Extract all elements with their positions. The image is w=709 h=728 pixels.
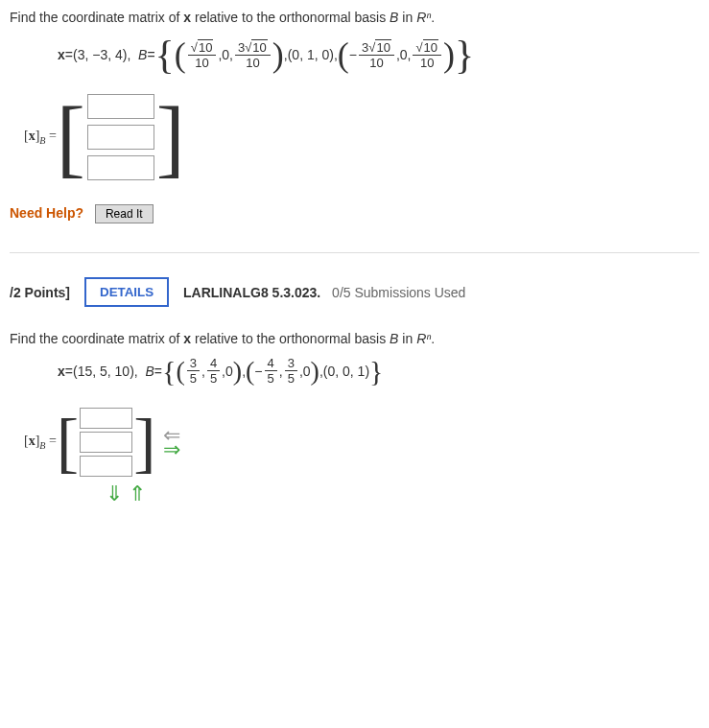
- readit-button[interactable]: Read It: [95, 204, 154, 223]
- frac: 35: [285, 356, 297, 386]
- matrix-input-3[interactable]: [87, 155, 154, 180]
- x-value: (3, −3, 4): [73, 47, 127, 62]
- zero: 0: [400, 47, 408, 62]
- brace-close: }: [455, 35, 474, 75]
- problem2-answer: [x]B = [ ] ⇐ ⇒: [24, 405, 699, 480]
- matrix-input-2[interactable]: [87, 125, 154, 150]
- paren: ): [443, 37, 455, 72]
- comma: ,: [279, 364, 283, 379]
- den: 10: [366, 56, 386, 70]
- brace-close: }: [369, 357, 383, 386]
- paren: ): [272, 37, 284, 72]
- neg: −: [254, 364, 262, 379]
- txt: relative to the orthonormal basis: [191, 10, 390, 25]
- b-sym: B: [138, 47, 147, 62]
- b-sym: B: [145, 364, 154, 379]
- remove-row-icon[interactable]: ⇑: [129, 481, 146, 505]
- num: 4: [207, 356, 220, 371]
- problem2-answer-wrapper: [x]B = [ ] ⇐ ⇒ ⇓ ⇑: [10, 405, 699, 506]
- frac: 310 10: [359, 40, 394, 70]
- bracket-left: [: [57, 99, 85, 176]
- paren: (: [176, 358, 184, 385]
- v2: (0, 1, 0): [288, 47, 334, 62]
- x-sym: x: [58, 364, 65, 379]
- paren: (: [175, 37, 186, 72]
- var-x: x: [183, 10, 191, 25]
- txt: Find the coordinate matrix of: [10, 10, 183, 25]
- den: 10: [417, 56, 437, 70]
- zero: 0: [222, 47, 229, 62]
- sqrt-arg: 10: [251, 39, 267, 55]
- x: x: [29, 434, 35, 448]
- details-button[interactable]: DETAILS: [84, 277, 169, 307]
- frac: 310 10: [235, 40, 271, 70]
- problem1-formula: x = (3, −3, 4) , B = { ( 10 10 , 0 , 310…: [58, 35, 699, 75]
- txt: in: [398, 331, 416, 346]
- xb-label: [x]B =: [24, 434, 57, 451]
- need-help-label: Need Help?: [10, 205, 83, 221]
- den: 5: [207, 371, 220, 386]
- need-help-row: Need Help? Read It: [10, 204, 699, 223]
- matrix-input-2[interactable]: [80, 432, 132, 453]
- sqrt: [415, 40, 422, 55]
- zero: 0: [303, 364, 311, 379]
- basis-set: { ( 35 , 45 , 0 ) , ( − 45 , 35 , 0 ) , …: [162, 356, 383, 386]
- bracket-left: [: [57, 412, 79, 473]
- divider: [10, 252, 699, 253]
- basis-set: { ( 10 10 , 0 , 310 10 ) , (0, 1, 0) , (…: [155, 35, 475, 75]
- points-label: /2 Points]: [10, 285, 70, 300]
- var-x: x: [183, 331, 191, 346]
- x-sym: x: [58, 47, 65, 62]
- book-ref: LARLINALG8 5.3.023.: [183, 285, 320, 300]
- eq: =: [49, 129, 57, 143]
- problem1-answer: [x]B = [ ]: [24, 89, 699, 185]
- eq: =: [49, 434, 57, 448]
- sub-b: B: [39, 135, 45, 146]
- frac: 45: [207, 356, 220, 386]
- submissions-used: 0/5 Submissions Used: [332, 285, 465, 300]
- txt: Find the coordinate matrix of: [10, 331, 183, 346]
- comma: ,: [201, 364, 205, 379]
- txt: relative to the orthonormal basis: [191, 331, 390, 346]
- x-value: (15, 5, 10): [73, 364, 134, 379]
- paren: (: [246, 358, 254, 385]
- bracket-right: ]: [133, 412, 155, 473]
- paren: (: [338, 37, 349, 72]
- col-arrows[interactable]: ⇐ ⇒: [163, 428, 180, 458]
- space-rn: Rⁿ: [416, 331, 431, 346]
- neg: −: [349, 47, 357, 62]
- problem2-prompt: Find the coordinate matrix of x relative…: [10, 331, 699, 346]
- row-arrows[interactable]: ⇓ ⇑: [106, 481, 699, 506]
- matrix-input-1[interactable]: [87, 94, 154, 119]
- part-header: /2 Points] DETAILS LARLINALG8 5.3.023. 0…: [10, 277, 699, 307]
- problem2-formula: x = (15, 5, 10) , B = { ( 35 , 45 , 0 ) …: [58, 356, 699, 386]
- num: 4: [265, 356, 277, 371]
- comma: ,: [229, 47, 233, 62]
- sqrt-arg: 10: [375, 39, 390, 55]
- num: 3: [285, 356, 297, 371]
- eq: =: [65, 364, 73, 379]
- comma: ,: [408, 47, 412, 62]
- x: x: [29, 129, 35, 143]
- add-row-icon[interactable]: ⇓: [106, 481, 123, 505]
- frac: 10 10: [413, 40, 441, 70]
- eq: =: [147, 47, 154, 62]
- matrix-input-1[interactable]: [80, 408, 132, 429]
- comma: ,: [134, 364, 146, 379]
- add-col-icon[interactable]: ⇒: [163, 442, 180, 457]
- bracket-right: ]: [156, 99, 185, 176]
- num: 3: [187, 356, 200, 371]
- frac: 35: [187, 356, 200, 386]
- txt: .: [431, 331, 435, 346]
- paren: ): [311, 358, 319, 385]
- matrix-input-3[interactable]: [80, 456, 132, 477]
- txt: in: [398, 10, 416, 25]
- matrix-inputs: [85, 89, 156, 185]
- eq: =: [154, 364, 162, 379]
- v3: (0, 0, 1): [323, 364, 369, 379]
- zero: 0: [225, 364, 233, 379]
- comma: ,: [127, 47, 138, 62]
- space-rn: Rⁿ: [416, 10, 431, 25]
- sub-b: B: [39, 440, 45, 451]
- matrix-inputs: [79, 405, 133, 480]
